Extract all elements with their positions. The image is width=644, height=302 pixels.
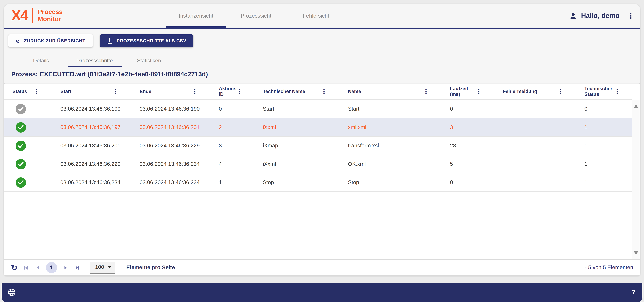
table-row-selected[interactable]: 03.06.2024 13:46:36,197 03.06.2024 13:46…	[4, 118, 632, 137]
cell-technischer-name: iXxml	[253, 118, 338, 136]
cell-aktions-id: 1	[209, 173, 253, 191]
cell-laufzeit: 5	[440, 155, 493, 173]
table-row[interactable]: 03.06.2024 13:46:36,234 03.06.2024 13:46…	[4, 173, 632, 192]
product-name-line1: Process	[38, 8, 63, 15]
cell-aktions-id: 2	[209, 118, 253, 136]
pagination-controls: ↻ 1 100	[11, 262, 175, 274]
previous-page-icon[interactable]	[34, 264, 41, 271]
cell-technischer-name: iXmap	[253, 137, 338, 154]
cell-name: OK.xml	[338, 155, 440, 173]
cell-laufzeit: 0	[440, 100, 493, 118]
tab-details[interactable]: Details	[14, 54, 68, 67]
cell-fehlermeldung	[493, 173, 575, 191]
user-kebab-icon[interactable]: ⋮	[627, 12, 634, 19]
page-size-value: 100	[95, 264, 104, 270]
scroll-down-icon[interactable]	[634, 251, 638, 255]
app-logo: X4 Process Monitor	[11, 7, 63, 24]
cell-start: 03.06.2024 13:46:36,197	[51, 118, 130, 136]
x4-logo: X4	[11, 7, 28, 24]
cell-aktions-id: 0	[209, 100, 253, 118]
cell-ende: 03.06.2024 13:46:36,201	[130, 118, 209, 136]
page-size-select[interactable]: 100	[90, 262, 115, 274]
table-scrollbar[interactable]	[632, 100, 640, 259]
column-menu-icon[interactable]: ⋮	[476, 88, 482, 95]
column-header-technischer-name: Technischer Name⋮	[253, 84, 338, 100]
cell-technischer-name: Stop	[253, 173, 338, 191]
table-row[interactable]: 03.06.2024 13:46:36,190 03.06.2024 13:46…	[4, 100, 632, 118]
status-check-icon-green	[16, 122, 26, 133]
status-check-icon-green	[16, 159, 26, 169]
status-check-icon-green	[16, 177, 26, 188]
cell-laufzeit: 3	[440, 118, 493, 136]
column-header-name: Name⋮	[338, 84, 440, 100]
cell-technischer-status: 0	[575, 100, 632, 118]
column-menu-icon[interactable]: ⋮	[112, 88, 119, 95]
cell-ende: 03.06.2024 13:46:36,229	[130, 137, 209, 154]
cell-start: 03.06.2024 13:46:36,201	[51, 137, 130, 154]
table-header-row: Status⋮ Start⋮ Ende⋮ Aktions ID⋮ Technis…	[4, 84, 632, 100]
back-to-overview-button[interactable]: « ZURÜCK ZUR ÜBERSICHT	[8, 34, 93, 47]
process-title: Prozess: EXECUTED.wrf (01f3a2f7-1e2b-4ae…	[11, 71, 208, 78]
column-header-start: Start⋮	[51, 84, 130, 100]
column-header-ende: Ende⋮	[130, 84, 209, 100]
cell-name: Start	[338, 100, 440, 118]
column-menu-icon[interactable]: ⋮	[192, 88, 198, 95]
tab-prozesssicht[interactable]: Prozesssicht	[226, 4, 286, 27]
cell-start: 03.06.2024 13:46:36,234	[51, 173, 130, 191]
column-menu-icon[interactable]: ⋮	[423, 88, 429, 95]
download-icon	[107, 38, 112, 44]
next-page-icon[interactable]	[62, 264, 69, 271]
refresh-icon[interactable]: ↻	[11, 264, 18, 272]
process-steps-table: Status⋮ Start⋮ Ende⋮ Aktions ID⋮ Technis…	[4, 83, 640, 276]
app-frame: X4 Process Monitor Instanzensicht Prozes…	[0, 0, 644, 302]
language-globe-icon[interactable]	[7, 288, 16, 299]
column-menu-icon[interactable]: ⋮	[557, 88, 564, 95]
cell-technischer-status: 1	[575, 118, 632, 136]
cell-technischer-status: 1	[575, 137, 632, 154]
tab-statistiken[interactable]: Statistiken	[122, 54, 176, 67]
column-header-laufzeit: Laufzeit (ms)⋮	[440, 84, 493, 100]
current-page-button[interactable]: 1	[46, 262, 57, 273]
column-header-technischer-status: Technischer Status⋮	[575, 84, 632, 100]
cell-laufzeit: 28	[440, 137, 493, 154]
cell-fehlermeldung	[493, 155, 575, 173]
table-body: 03.06.2024 13:46:36,190 03.06.2024 13:46…	[4, 100, 640, 259]
toolbar: « ZURÜCK ZUR ÜBERSICHT PROZESSSCHRITTE A…	[8, 34, 193, 47]
logo-divider	[32, 8, 33, 23]
cell-ende: 03.06.2024 13:46:36,190	[130, 100, 209, 118]
main-nav-tabs: Instanzensicht Prozesssicht Fehlersicht	[166, 4, 346, 27]
cell-laufzeit: 0	[440, 173, 493, 191]
tab-instanzensicht[interactable]: Instanzensicht	[166, 4, 226, 27]
column-menu-icon[interactable]: ⋮	[614, 88, 620, 95]
header-divider	[4, 27, 640, 29]
table-row[interactable]: 03.06.2024 13:46:36,229 03.06.2024 13:46…	[4, 155, 632, 173]
cell-fehlermeldung	[493, 100, 575, 118]
cell-aktions-id: 3	[209, 137, 253, 154]
cell-fehlermeldung	[493, 137, 575, 154]
column-menu-icon[interactable]: ⋮	[33, 88, 40, 95]
cell-start: 03.06.2024 13:46:36,190	[51, 100, 130, 118]
column-menu-icon[interactable]: ⋮	[236, 88, 243, 95]
table-row[interactable]: 03.06.2024 13:46:36,201 03.06.2024 13:46…	[4, 137, 632, 155]
cell-technischer-status: 1	[575, 155, 632, 173]
first-page-icon[interactable]	[23, 264, 29, 271]
footer-bar: ?	[2, 283, 642, 302]
last-page-icon[interactable]	[74, 264, 80, 271]
user-menu[interactable]: Hallo, demo ⋮	[569, 4, 634, 27]
app-card: X4 Process Monitor Instanzensicht Prozes…	[4, 4, 640, 276]
tab-fehlersicht[interactable]: Fehlersicht	[286, 4, 346, 27]
product-name-line2: Monitor	[38, 15, 61, 22]
user-greeting: Hallo, demo	[581, 12, 620, 20]
tab-prozessschritte[interactable]: Prozessschritte	[68, 54, 122, 67]
export-csv-button[interactable]: PROZESSSCHRITTE ALS CSV	[100, 34, 193, 47]
scroll-up-icon[interactable]	[634, 105, 638, 108]
help-button[interactable]: ?	[632, 289, 635, 295]
cell-ende: 03.06.2024 13:46:36,234	[130, 155, 209, 173]
csv-button-label: PROZESSSCHRITTE ALS CSV	[117, 38, 186, 43]
column-menu-icon[interactable]: ⋮	[321, 88, 327, 95]
page-size-label: Elemente pro Seite	[126, 265, 175, 271]
chevron-down-icon	[108, 266, 112, 268]
user-icon	[569, 11, 578, 20]
detail-tabs: Details Prozessschritte Statistiken	[4, 54, 640, 67]
cell-name: transform.xsl	[338, 137, 440, 154]
